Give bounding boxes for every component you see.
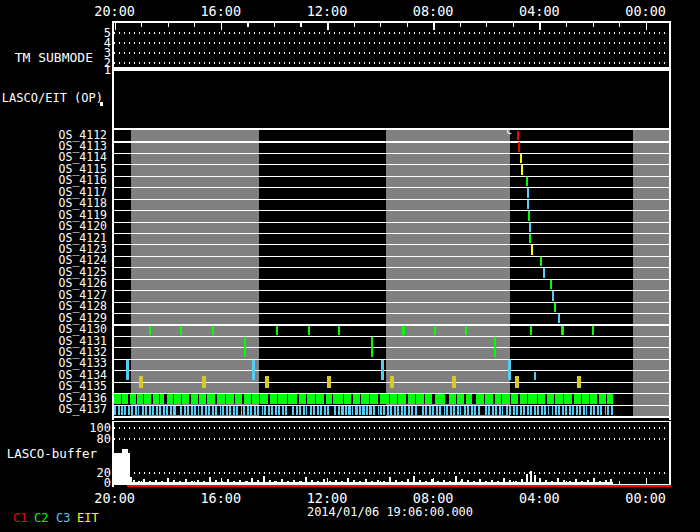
- top-axis-major-tick: [115, 23, 117, 31]
- os4136-gap: [378, 394, 380, 403]
- bottom-axis-minor-tick: [619, 481, 620, 484]
- os-panel-bottom-border: [112, 416, 671, 418]
- top-axis-minor-tick: [566, 23, 567, 28]
- bottom-axis-major-tick: [327, 478, 328, 484]
- bottom-axis-label: 16:00: [191, 490, 251, 506]
- top-axis-label: 04:00: [509, 3, 569, 19]
- top-axis-minor-tick: [194, 23, 195, 28]
- os4130-green-tick: [338, 326, 340, 335]
- os4136-gap: [159, 394, 160, 403]
- os-cascade-tick-cyan: [529, 223, 531, 232]
- os4136-gap: [343, 394, 344, 403]
- os4136-gap: [268, 394, 270, 403]
- top-axis-minor-tick: [513, 23, 514, 28]
- os4137-gap: [461, 406, 464, 415]
- bottom-axis-label: 08:00: [403, 490, 463, 506]
- buffer-noise-spike: [534, 475, 536, 484]
- os4137-gap: [217, 406, 220, 415]
- buffer-noise-spike: [530, 471, 532, 484]
- os4130-green-tick: [149, 326, 151, 335]
- top-axis-minor-tick: [486, 23, 487, 28]
- bottom-axis-minor-tick: [168, 481, 169, 484]
- bottom-axis-label: 04:00: [509, 490, 569, 506]
- tm-submode-gridline: [114, 52, 669, 54]
- os-panel-gray-band: [633, 130, 671, 416]
- top-axis-minor-tick: [460, 23, 461, 28]
- bottom-axis-minor-tick: [566, 481, 567, 484]
- os-panel-left-edge: [112, 128, 114, 420]
- top-axis-minor-tick: [380, 23, 381, 28]
- os4137-gap: [375, 406, 378, 415]
- os4133-34-cyan-tick: [381, 360, 384, 380]
- top-axis-minor-tick: [593, 23, 594, 28]
- os-cascade-tick-cyan: [527, 200, 529, 209]
- os4136-gap: [324, 394, 326, 403]
- event-marker-c: c: [503, 125, 515, 136]
- top-axis-minor-tick: [300, 23, 301, 28]
- os-row-separator: [112, 256, 671, 257]
- os4134-35-yellow-tick: [327, 376, 331, 388]
- os-cascade-tick-green: [529, 234, 531, 243]
- os4134-35-yellow-tick: [139, 376, 143, 388]
- tm-submode-gridline: [114, 62, 669, 64]
- os4136-gap: [198, 394, 199, 403]
- os-cascade-tick-yellow: [520, 154, 522, 163]
- tm-submode-value-line: [112, 67, 671, 72]
- top-axis-minor-tick: [274, 23, 275, 28]
- os4137-gap: [399, 406, 401, 415]
- os4133-34-cyan-tick: [126, 360, 129, 380]
- os4136-gap: [589, 394, 590, 403]
- os-panel-right-edge: [669, 128, 671, 420]
- os4136-gap: [181, 394, 182, 403]
- bottom-axis-minor-tick: [247, 481, 248, 484]
- os-panel-gray-band: [131, 130, 259, 416]
- os4133-34-cyan-tick: [508, 360, 511, 380]
- os4136-gap: [206, 394, 207, 403]
- bottom-axis-minor-tick: [300, 481, 301, 484]
- top-axis-major-tick: [433, 23, 435, 31]
- os4137-gap: [418, 406, 421, 415]
- bottom-axis-minor-tick: [407, 481, 408, 484]
- buffer-panel-right-edge: [669, 421, 671, 488]
- buffer-noise-spike: [389, 477, 391, 484]
- os-row-label: OS_4137: [0, 404, 107, 415]
- os4136-gap: [143, 394, 144, 403]
- os4136-gap: [581, 394, 582, 403]
- os4136-gap: [527, 394, 528, 403]
- os4136-gap: [397, 394, 398, 403]
- bottom-axis-minor-tick: [380, 481, 381, 484]
- bottom-axis-minor-tick: [141, 481, 142, 484]
- buffer-gridline-20: [114, 472, 669, 474]
- os4136-gap: [554, 394, 555, 403]
- os-row-separator: [112, 313, 671, 314]
- os4134-35-yellow-tick: [390, 376, 394, 388]
- top-axis-major-tick: [539, 23, 541, 31]
- os4131-32-green-tick: [244, 337, 246, 357]
- bottom-axis-minor-tick: [460, 481, 461, 484]
- bottom-axis-minor-tick: [274, 481, 275, 484]
- os4137-gap: [177, 406, 180, 415]
- os4134-35-yellow-tick: [577, 376, 581, 388]
- os-row-separator: [112, 290, 671, 291]
- os4130-green-tick: [276, 326, 278, 335]
- os-cascade-tick-green: [528, 211, 530, 220]
- os4137-gap: [331, 406, 334, 415]
- os-cascade-tick-cyan: [543, 268, 545, 277]
- os-row-separator: [112, 279, 671, 280]
- lasco-buffer-label: LASCO-buffer: [0, 446, 97, 461]
- bottom-axis-minor-tick: [194, 481, 195, 484]
- os-row-separator: [112, 324, 671, 325]
- os4136-gap: [389, 394, 390, 403]
- bottom-axis-minor-tick: [486, 481, 487, 484]
- os-row-separator: [112, 336, 671, 337]
- os4130-green-tick: [180, 326, 182, 335]
- os4136-gap: [225, 394, 226, 403]
- os-row-separator: [112, 141, 671, 142]
- buffer-noise-spike: [209, 477, 211, 484]
- os-row-separator: [112, 210, 671, 211]
- os4137-gap: [139, 406, 142, 415]
- top-axis-label: 20:00: [85, 3, 145, 19]
- os-row-separator: [112, 187, 671, 188]
- top-axis-minor-tick: [354, 23, 355, 28]
- os-cascade-tick-green: [554, 303, 556, 312]
